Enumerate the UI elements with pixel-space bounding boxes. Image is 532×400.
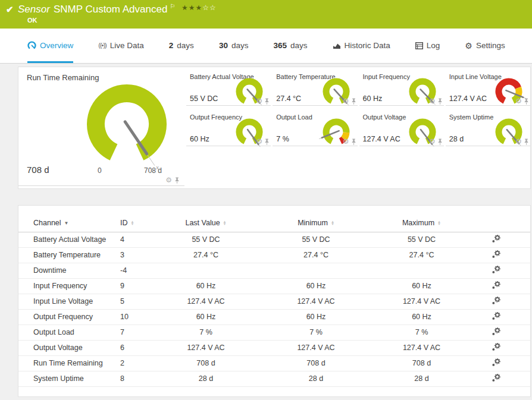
channel-settings-icon[interactable] (492, 327, 500, 336)
sort-icon: ▲▼ (328, 219, 334, 227)
maximum-cell: 7 % (381, 325, 462, 340)
tab-settings[interactable]: ⚙ Settings (465, 29, 505, 63)
channel-id-cell: 3 (120, 247, 161, 263)
maximum-cell (381, 263, 462, 278)
channel-row-input-frequency: Input Frequency 9 60 Hz 60 Hz 60 Hz (18, 278, 530, 294)
tab-log[interactable]: Log (415, 29, 440, 63)
sort-icon: ▲▼ (434, 219, 441, 227)
channel-gauge-grid: Battery Actual Voltage 55 V DC ⚙ Battery… (186, 72, 530, 153)
channel-name-cell: Input Frequency (18, 278, 120, 294)
pin-icon[interactable] (524, 138, 529, 145)
channel-id-cell: 8 (120, 371, 161, 386)
status-badge: OK (27, 17, 37, 24)
last-value-cell: 27.4 °C (161, 247, 251, 263)
gauge-cell-battery-temperature[interactable]: Battery Temperature 27.4 °C ⚙ (273, 72, 357, 106)
channel-name-cell: Run Time Remaining (18, 355, 120, 371)
gear-icon[interactable]: ⚙ (256, 138, 262, 145)
channel-id-cell: -4 (120, 263, 161, 278)
channel-id-cell: 4 (120, 232, 161, 247)
gear-icon[interactable]: ⚙ (343, 138, 349, 145)
main-gauge: x (81, 78, 185, 179)
main-gauge-value: 708 d (27, 165, 49, 175)
tab-30-days[interactable]: 30 days (219, 29, 249, 63)
channel-settings-icon[interactable] (492, 374, 500, 382)
channel-settings-icon[interactable] (492, 250, 500, 259)
sort-icon: ▼ (61, 219, 69, 227)
channel-row-output-voltage: Output Voltage 6 127.4 V AC 127.4 V AC 1… (18, 340, 530, 355)
maximum-cell: 27.4 °C (381, 247, 462, 263)
pin-icon[interactable] (264, 98, 270, 105)
channel-name-cell: Battery Temperature (18, 247, 120, 263)
settings-gear-icon: ⚙ (465, 42, 472, 50)
tab-overview[interactable]: Overview (27, 29, 73, 63)
tab-live-data[interactable]: ((•)) Live Data (98, 29, 144, 63)
sensor-header: ✔ SensorSNMP Custom Advanced⚐ ★★★☆☆ OK (0, 0, 532, 29)
channel-table-panel: Channel▼ ID▲▼ Last Value▲▼ Minimum▲▼ Max… (18, 205, 531, 397)
sensor-title-line: SensorSNMP Custom Advanced⚐ (18, 3, 175, 15)
column-header-channel[interactable]: Channel▼ (18, 214, 120, 232)
minimum-cell: 60 Hz (251, 309, 381, 325)
pin-icon[interactable] (437, 138, 443, 145)
pin-icon[interactable] (351, 98, 356, 105)
gauge-scale-min: 0 (98, 166, 102, 175)
channel-name-cell: Downtime (18, 263, 120, 278)
pin-icon[interactable] (351, 138, 356, 145)
column-header-last-value[interactable]: Last Value▲▼ (161, 214, 251, 232)
sort-icon: ▲▼ (220, 219, 227, 227)
gauge-icon (27, 41, 36, 50)
pin-icon[interactable] (437, 98, 443, 105)
channel-row-output-frequency: Output Frequency 10 60 Hz 60 Hz 60 Hz (18, 309, 530, 325)
channel-row-battery-temperature: Battery Temperature 3 27.4 °C 27.4 °C 27… (18, 247, 530, 263)
channel-id-cell: 5 (120, 294, 161, 309)
gauge-cell-input-line-voltage[interactable]: Input Line Voltage 127.4 V AC ⚙ (446, 72, 530, 106)
tab-2-days[interactable]: 2 days (169, 29, 194, 63)
channel-settings-icon[interactable] (492, 281, 500, 289)
gear-icon[interactable]: ⚙ (165, 177, 172, 184)
pin-icon[interactable] (524, 98, 529, 105)
gauge-cell-system-uptime[interactable]: System Uptime 28 d ⚙ (446, 112, 530, 146)
channel-row-battery-actual-voltage: Battery Actual Voltage 4 55 V DC 55 V DC… (18, 232, 530, 247)
minimum-cell: 708 d (251, 355, 381, 371)
gauge-cell-output-voltage[interactable]: Output Voltage 127.4 V AC ⚙ (359, 112, 444, 146)
gauge-cell-battery-actual-voltage[interactable]: Battery Actual Voltage 55 V DC ⚙ (186, 72, 271, 106)
maximum-cell: 28 d (381, 371, 462, 386)
channel-table: Channel▼ ID▲▼ Last Value▲▼ Minimum▲▼ Max… (18, 214, 530, 387)
channel-name-cell: Output Voltage (18, 340, 120, 355)
channel-settings-icon[interactable] (492, 312, 500, 320)
gauge-cell-input-frequency[interactable]: Input Frequency 60 Hz ⚙ (359, 72, 444, 106)
last-value-cell: 60 Hz (161, 309, 251, 325)
minimum-cell (251, 263, 381, 278)
channel-settings-icon[interactable] (492, 297, 500, 305)
channel-settings-icon[interactable] (492, 358, 500, 367)
star-rating[interactable]: ★★★☆☆ (181, 4, 217, 12)
gear-icon[interactable]: ⚙ (256, 97, 262, 105)
pin-icon[interactable] (174, 177, 180, 184)
tab-historic-data[interactable]: Historic Data (333, 29, 390, 63)
column-header-maximum[interactable]: Maximum▲▼ (381, 214, 462, 232)
channel-id-cell: 7 (120, 325, 161, 340)
tab-bar: Overview ((•)) Live Data 2 days 30 days … (0, 29, 532, 64)
column-header-minimum[interactable]: Minimum▲▼ (251, 214, 381, 232)
channel-settings-icon[interactable] (492, 235, 500, 243)
channel-settings-icon[interactable] (492, 266, 500, 274)
gear-icon[interactable]: ⚙ (429, 97, 436, 105)
maximum-cell: 60 Hz (381, 309, 462, 325)
last-value-cell: 127.4 V AC (161, 340, 251, 355)
gauge-cell-output-load[interactable]: Output Load 7 % ⚙ (273, 112, 357, 146)
tab-365-days[interactable]: 365 days (273, 29, 307, 63)
column-header-id[interactable]: ID▲▼ (120, 214, 161, 232)
gauge-cell-output-frequency[interactable]: Output Frequency 60 Hz ⚙ (186, 112, 271, 146)
channel-name-cell: Input Line Voltage (18, 294, 120, 309)
gear-icon[interactable]: ⚙ (343, 97, 349, 105)
channel-row-downtime: Downtime -4 (18, 263, 530, 278)
gear-icon[interactable]: ⚙ (515, 138, 522, 145)
column-header-actions (462, 214, 530, 232)
gauge-cell-run-time-remaining[interactable]: Run Time Remaining x 0 708 d 708 d ⚙ (18, 67, 184, 186)
channel-row-run-time-remaining: Run Time Remaining 2 708 d 708 d 708 d (18, 355, 530, 371)
gear-icon[interactable]: ⚙ (515, 97, 522, 105)
maximum-cell: 127.4 V AC (381, 294, 462, 309)
minimum-cell: 28 d (251, 371, 381, 386)
channel-settings-icon[interactable] (492, 343, 500, 351)
gear-icon[interactable]: ⚙ (429, 138, 436, 145)
pin-icon[interactable] (264, 138, 270, 145)
